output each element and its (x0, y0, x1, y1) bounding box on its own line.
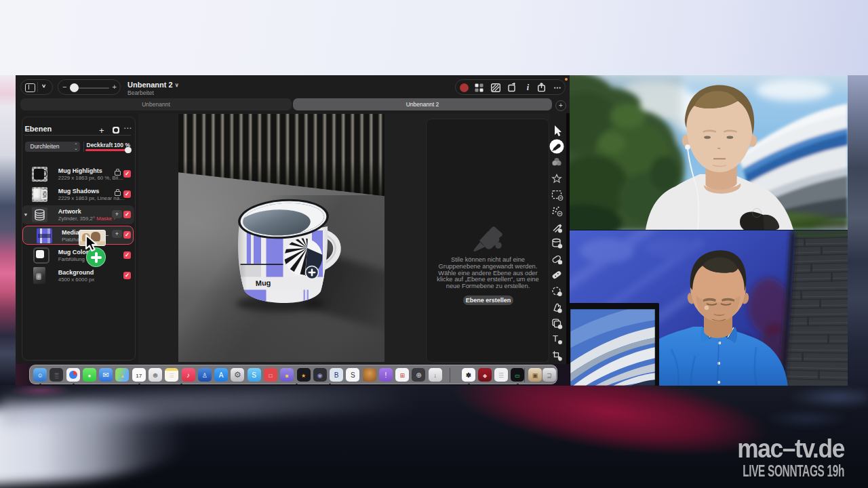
svg-text:T: T (553, 333, 558, 344)
svg-text:Mug: Mug (255, 279, 271, 287)
